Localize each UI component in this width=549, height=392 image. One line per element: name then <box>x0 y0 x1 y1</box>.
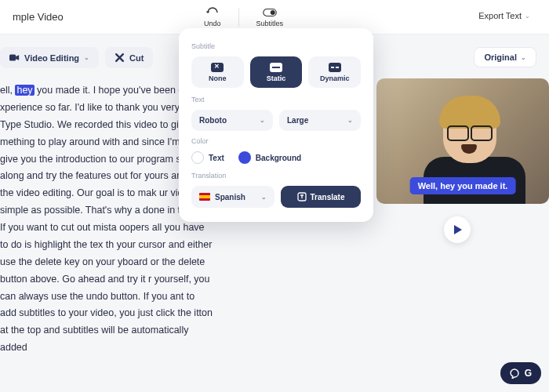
translation-section-label: Translation <box>191 172 361 180</box>
translate-button[interactable]: Translate <box>281 186 361 208</box>
color-section-label: Color <box>191 137 361 145</box>
static-icon <box>270 63 282 72</box>
chevron-down-icon: ⌄ <box>521 54 526 61</box>
translate-icon <box>297 192 307 201</box>
video-editing-button[interactable]: Video Editing ⌄ <box>0 47 99 68</box>
divider <box>238 8 239 27</box>
export-text-button[interactable]: Export Text⌄ <box>478 11 530 20</box>
text-section-label: Text <box>191 96 361 103</box>
language-select[interactable]: Spanish⌄ <box>191 186 274 208</box>
undo-button[interactable]: Undo <box>204 7 221 27</box>
subtitle-option-none[interactable]: None <box>191 56 244 88</box>
none-icon <box>211 63 224 72</box>
toggle-icon <box>263 7 277 18</box>
highlighted-word[interactable]: hey <box>15 85 34 96</box>
svg-point-1 <box>271 10 275 15</box>
chat-widget[interactable]: G <box>500 362 541 384</box>
chevron-down-icon: ⌄ <box>84 54 89 61</box>
chevron-down-icon: ⌄ <box>525 13 530 20</box>
dynamic-icon <box>329 63 341 72</box>
close-icon <box>115 53 125 63</box>
size-select[interactable]: Large⌄ <box>279 110 361 131</box>
video-caption: Well, hey you made it. <box>410 177 516 194</box>
font-select[interactable]: Roboto⌄ <box>191 110 273 131</box>
chat-icon <box>510 368 521 379</box>
play-button[interactable] <box>444 216 471 243</box>
text-selects: Roboto⌄ Large⌄ <box>191 110 361 131</box>
subtitles-panel: Subtitle None Static Dynamic Text Roboto… <box>179 28 373 222</box>
background-color-picker[interactable]: Background <box>238 151 301 164</box>
svg-rect-2 <box>9 54 16 60</box>
spain-flag-icon <box>199 193 210 201</box>
project-title: mple Video <box>13 11 64 23</box>
subtitle-section-label: Subtitle <box>191 42 361 50</box>
subtitles-button[interactable]: Subtitles <box>256 7 284 27</box>
subtitle-options: None Static Dynamic <box>191 56 361 88</box>
chevron-down-icon: ⌄ <box>347 117 353 124</box>
subtitle-option-static[interactable]: Static <box>250 56 303 88</box>
camera-icon <box>9 53 20 63</box>
translation-row: Spanish⌄ Translate <box>191 186 361 208</box>
text-color-picker[interactable]: Text <box>191 151 224 164</box>
video-preview[interactable]: Well, hey you made it. <box>376 78 549 204</box>
undo-icon <box>205 7 220 18</box>
original-dropdown[interactable]: Original⌄ <box>474 47 536 67</box>
chevron-down-icon: ⌄ <box>261 194 267 201</box>
blue-swatch <box>238 151 251 164</box>
color-row: Text Background <box>191 151 361 164</box>
subtitle-option-dynamic[interactable]: Dynamic <box>308 56 361 88</box>
white-swatch <box>191 151 204 164</box>
chevron-down-icon: ⌄ <box>260 117 265 124</box>
cut-button[interactable]: Cut <box>105 47 153 68</box>
